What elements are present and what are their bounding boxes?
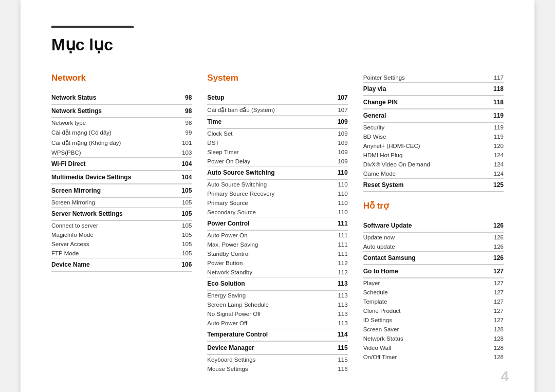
toc-item-label: Device Name <box>51 258 181 271</box>
section-title-system: System <box>207 73 347 83</box>
toc-item-page: 112 <box>338 258 348 268</box>
toc-item-label: On/Off Timer <box>363 352 493 362</box>
toc-item-label: FTP Mode <box>51 249 181 258</box>
toc-item-page: 105 <box>181 198 192 208</box>
toc-row: Keyboard Settings115 <box>207 355 347 365</box>
toc-row: Server Access105 <box>51 239 192 249</box>
page-title: Mục lục <box>51 35 504 54</box>
toc-row: Contact Samsung126 <box>363 252 504 265</box>
toc-item-label: Power On Delay <box>207 157 337 166</box>
toc-item-label: Network Settings <box>51 105 181 118</box>
toc-row: WPS(PBC)103 <box>51 148 192 157</box>
toc-row: Primary Source110 <box>207 198 347 208</box>
toc-item-page: 105 <box>181 184 192 197</box>
toc-row: Power On Delay109 <box>207 157 347 166</box>
toc-item-label: Time <box>207 116 337 128</box>
toc-item-page: 105 <box>181 208 192 220</box>
toc-item-label: Sleep Timer <box>207 147 337 157</box>
toc-row: Template127 <box>363 297 504 306</box>
toc-row: Screen Mirroring105 <box>51 184 192 197</box>
toc-item-label: ID Settings <box>363 315 493 325</box>
toc-item-label: Screen Saver <box>363 325 493 334</box>
toc-row: FTP Mode105 <box>51 249 192 258</box>
toc-item-page: 105 <box>181 230 192 239</box>
toc-row: Schedule127 <box>363 288 504 297</box>
section-title-network: Network <box>51 73 192 83</box>
toc-row: Multimedia Device Settings104 <box>51 171 192 184</box>
toc-item-label: DST <box>207 138 337 147</box>
toc-item-label: Primary Source <box>207 198 337 208</box>
toc-item-label: Mouse Settings <box>207 364 337 374</box>
toc-item-page: 109 <box>338 138 348 147</box>
toc-row: Change PIN118 <box>363 96 504 109</box>
toc-item-page: 105 <box>181 249 192 258</box>
toc-row: Max. Power Saving111 <box>207 240 347 249</box>
toc-item-label: Primary Source Recovery <box>207 189 337 198</box>
toc-item-page: 124 <box>493 169 504 178</box>
toc-item-page: 103 <box>181 148 192 157</box>
toc-row: Play via118 <box>363 83 504 96</box>
toc-item-page: 109 <box>338 129 348 139</box>
toc-item-page: 116 <box>338 364 348 374</box>
toc-item-label: Temperature Control <box>207 328 337 341</box>
toc-item-page: 110 <box>338 198 348 208</box>
toc-item-label: WPS(PBC) <box>51 148 181 157</box>
toc-item-label: Screen Mirroring <box>51 198 181 208</box>
toc-item-page: 104 <box>181 171 192 184</box>
toc-row: Software Update126 <box>363 219 504 232</box>
toc-item-page: 109 <box>338 116 348 128</box>
toc-item-page: 113 <box>338 277 348 290</box>
toc-item-page: 98 <box>181 91 192 104</box>
toc-item-label: Clock Set <box>207 129 337 139</box>
toc-item-page: 113 <box>338 309 348 319</box>
toc-item-page: 111 <box>338 240 348 249</box>
toc-item-label: DivX® Video On Demand <box>363 160 493 169</box>
toc-row: Screen Mirroring105 <box>51 198 192 208</box>
toc-row: Screen Saver128 <box>363 325 504 334</box>
toc-item-page: 127 <box>493 306 504 315</box>
col-system: System Setup107Cài đặt ban đầu (System)1… <box>207 73 363 374</box>
toc-row: General119 <box>363 109 504 122</box>
toc-item-label: Clone Product <box>363 306 493 315</box>
toc-row: Cài đặt ban đầu (System)107 <box>207 105 347 116</box>
toc-item-page: 111 <box>338 249 348 258</box>
toc-item-label: Standby Control <box>207 249 337 258</box>
toc-item-label: Schedule <box>363 288 493 297</box>
toc-item-page: 124 <box>493 160 504 169</box>
toc-item-label: Screen Lamp Schedule <box>207 300 337 309</box>
toc-item-page: 99 <box>181 127 192 138</box>
toc-item-page: 107 <box>338 91 348 104</box>
toc-row: Go to Home127 <box>363 265 504 278</box>
toc-row: Wi-Fi Direct104 <box>51 158 192 171</box>
toc-item-page: 98 <box>181 105 192 118</box>
toc-item-page: 106 <box>181 258 192 271</box>
toc-row: Server Network Settings105 <box>51 208 192 220</box>
toc-item-label: Network type <box>51 118 181 128</box>
toc-row: Auto Source Switching110 <box>207 180 347 190</box>
toc-item-page: 115 <box>338 342 348 354</box>
toc-item-label: Software Update <box>363 219 493 232</box>
toc-item-label: Network Status <box>363 334 493 343</box>
content-columns: Network Network Status98Network Settings… <box>51 73 504 374</box>
toc-item-page: 117 <box>493 73 504 82</box>
toc-item-label: Game Mode <box>363 169 493 178</box>
toc-item-page: 126 <box>493 233 504 242</box>
toc-row: Energy Saving113 <box>207 291 347 301</box>
toc-row: Reset System125 <box>363 179 504 192</box>
system2-table: Pointer Settings117Play via118Change PIN… <box>363 73 504 192</box>
system-table: Setup107Cài đặt ban đầu (System)107Time1… <box>207 91 347 374</box>
toc-row: Network Settings98 <box>51 105 192 118</box>
toc-item-page: 118 <box>493 96 504 109</box>
toc-item-label: Power Control <box>207 217 337 230</box>
toc-item-label: Player <box>363 278 493 288</box>
toc-item-page: 101 <box>181 138 192 148</box>
toc-divider <box>51 271 192 272</box>
toc-item-page: 115 <box>338 355 348 365</box>
toc-item-page: 119 <box>493 123 504 133</box>
toc-item-page: 105 <box>181 221 192 231</box>
toc-row: Screen Lamp Schedule113 <box>207 300 347 309</box>
toc-item-page: 118 <box>493 83 504 96</box>
toc-item-label: Max. Power Saving <box>207 240 337 249</box>
toc-row: Auto Source Switching110 <box>207 166 347 179</box>
toc-row: Clone Product127 <box>363 306 504 315</box>
